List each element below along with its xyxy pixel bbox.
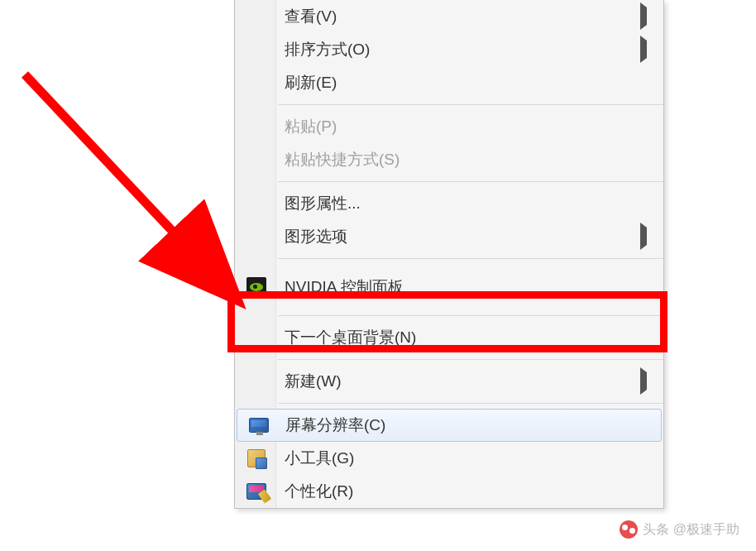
menu-item-paste-shortcut: 粘贴快捷方式(S) [235,143,663,176]
watermark-text: 头条 @极速手助 [643,521,739,539]
menu-separator [278,181,663,182]
menu-item-sort[interactable]: 排序方式(O) [235,33,663,66]
menu-item-new[interactable]: 新建(W) [235,365,663,398]
menu-item-screen-resolution[interactable]: 屏幕分辨率(C) [237,409,662,442]
menu-label: 屏幕分辨率(C) [285,414,385,436]
menu-label: 查看(V) [285,6,337,27]
menu-item-graphics-options[interactable]: 图形选项 [235,220,663,253]
personalize-icon [246,482,266,501]
menu-item-refresh[interactable]: 刷新(E) [235,66,663,99]
menu-item-next-background[interactable]: 下一个桌面背景(N) [235,321,663,354]
submenu-arrow-icon [640,228,647,246]
submenu-arrow-icon [640,41,647,59]
menu-label: 图形属性... [285,193,361,214]
monitor-icon [249,415,269,435]
gadget-icon [246,448,266,468]
menu-label: 粘贴(P) [285,116,337,137]
nvidia-icon [246,277,266,297]
menu-separator [278,403,663,404]
menu-item-gadgets[interactable]: 小工具(G) [235,442,663,475]
menu-separator [278,315,663,316]
menu-separator [278,359,663,360]
svg-line-1 [25,74,227,290]
menu-label: 图形选项 [285,226,347,247]
menu-label: 下一个桌面背景(N) [285,327,416,348]
menu-item-view[interactable]: 查看(V) [235,0,663,33]
menu-label: 排序方式(O) [285,39,370,60]
menu-item-personalize[interactable]: 个性化(R) [235,475,663,508]
menu-label: NVIDIA 控制面板 [285,276,404,298]
submenu-arrow-icon [640,372,647,390]
menu-label: 小工具(G) [285,448,354,469]
watermark-logo-icon [620,520,638,539]
menu-separator [278,258,663,259]
menu-item-graphics-properties[interactable]: 图形属性... [235,187,663,220]
menu-label: 个性化(R) [285,481,353,502]
menu-label: 粘贴快捷方式(S) [285,149,400,170]
annotation-arrow-icon [17,66,256,314]
menu-item-paste: 粘贴(P) [235,110,663,143]
menu-label: 新建(W) [285,371,342,392]
menu-separator [278,104,663,105]
submenu-arrow-icon [640,7,647,26]
menu-item-nvidia-panel[interactable]: NVIDIA 控制面板 [235,264,663,310]
menu-label: 刷新(E) [285,72,337,93]
watermark: 头条 @极速手助 [620,520,739,539]
desktop-context-menu: 查看(V) 排序方式(O) 刷新(E) 粘贴(P) 粘贴快捷方式(S) 图形属性… [234,0,664,509]
